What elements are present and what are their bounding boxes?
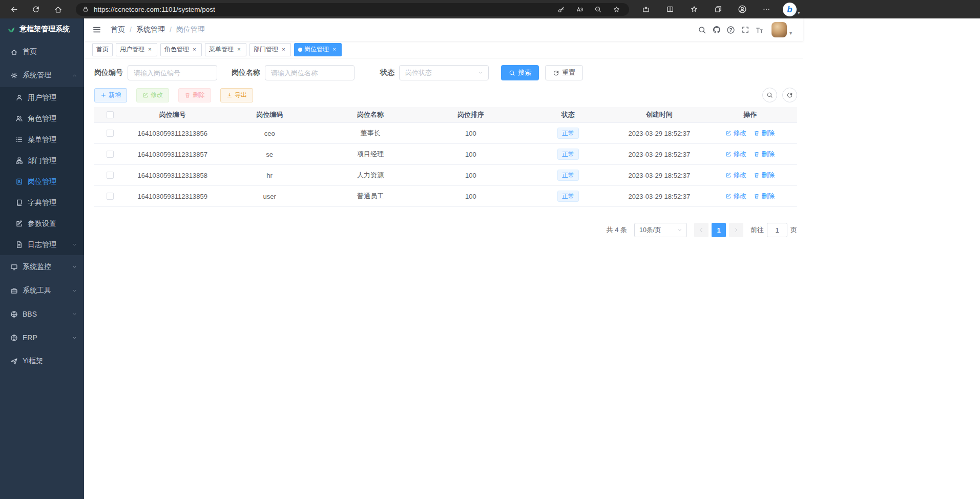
chevron-down-icon: ▾ xyxy=(798,10,800,15)
reset-button[interactable]: 重置 xyxy=(545,65,583,80)
row-delete-button[interactable]: 删除 xyxy=(754,171,775,180)
extensions-button[interactable] xyxy=(638,2,654,17)
sidebar-group-system[interactable]: 系统管理 xyxy=(0,64,84,87)
help-button[interactable] xyxy=(726,25,736,34)
search-button[interactable]: 搜索 xyxy=(501,65,539,80)
close-icon[interactable] xyxy=(147,46,153,53)
delete-button[interactable]: 删除 xyxy=(178,88,211,102)
tab-menu[interactable]: 菜单管理 xyxy=(205,43,246,56)
user-menu[interactable]: ▾ xyxy=(772,22,792,37)
plus-icon xyxy=(100,92,107,98)
add-button[interactable]: 新增 xyxy=(94,88,127,102)
close-icon[interactable] xyxy=(191,46,198,53)
zoom-button[interactable] xyxy=(591,3,604,15)
row-edit-button[interactable]: 修改 xyxy=(725,129,746,138)
favorites-button[interactable] xyxy=(686,2,702,17)
modify-button[interactable]: 修改 xyxy=(136,88,169,102)
column-header-post-code: 岗位编码 xyxy=(219,110,320,119)
row-checkbox[interactable] xyxy=(107,130,114,137)
home-icon xyxy=(54,5,62,14)
font-size-button[interactable] xyxy=(755,25,764,34)
main-area: 首页 / 系统管理 / 岗位管理 xyxy=(84,18,803,499)
sidebar-item-post[interactable]: 岗位管理 xyxy=(0,171,84,192)
export-button-label: 导出 xyxy=(235,91,247,99)
tab-home[interactable]: 首页 xyxy=(92,43,113,56)
browser-profile-button[interactable] xyxy=(735,2,750,17)
browser-home-button[interactable] xyxy=(50,2,66,17)
split-screen-icon xyxy=(666,5,674,13)
collections-button[interactable] xyxy=(711,2,726,17)
sidebar-group-tools[interactable]: 系统工具 xyxy=(0,279,84,302)
row-edit-button[interactable]: 修改 xyxy=(725,192,746,201)
row-delete-button[interactable]: 删除 xyxy=(754,192,775,201)
goto-page-input[interactable] xyxy=(767,223,787,237)
export-button[interactable]: 导出 xyxy=(220,88,253,102)
github-button[interactable] xyxy=(712,25,721,34)
row-checkbox[interactable] xyxy=(107,151,114,158)
split-screen-button[interactable] xyxy=(662,2,678,17)
sidebar-item-user[interactable]: 用户管理 xyxy=(0,87,84,108)
sidebar-toggle-button[interactable] xyxy=(92,25,102,35)
sidebar-group-monitor[interactable]: 系统监控 xyxy=(0,255,84,279)
refresh-icon xyxy=(32,5,40,13)
trash-icon xyxy=(184,92,191,98)
sidebar-group-log[interactable]: 日志管理 xyxy=(0,234,84,255)
row-edit-button[interactable]: 修改 xyxy=(725,150,746,159)
row-delete-button[interactable]: 删除 xyxy=(754,150,775,159)
row-delete-button[interactable]: 删除 xyxy=(754,129,775,138)
header-search-button[interactable] xyxy=(698,25,707,34)
sidebar-item-home[interactable]: 首页 xyxy=(0,40,84,64)
close-icon[interactable] xyxy=(331,46,338,53)
row-checkbox[interactable] xyxy=(107,172,114,179)
page-number-button[interactable]: 1 xyxy=(712,223,726,237)
post-code-input[interactable] xyxy=(128,65,217,80)
filter-label: 状态 xyxy=(380,68,394,77)
cell-status: 正常 xyxy=(521,149,615,160)
tab-post[interactable]: 岗位管理 xyxy=(294,43,342,56)
sidebar-group-bbs[interactable]: BBS xyxy=(0,302,84,326)
breadcrumb-item[interactable]: 系统管理 xyxy=(136,25,165,34)
browser-refresh-button[interactable] xyxy=(28,2,44,17)
reset-button-label: 重置 xyxy=(562,68,575,77)
app-logo[interactable]: 意框架管理系统 xyxy=(0,18,84,40)
fullscreen-button[interactable] xyxy=(741,25,750,34)
row-edit-button[interactable]: 修改 xyxy=(725,171,746,180)
status-select[interactable]: 岗位状态 xyxy=(399,65,489,80)
browser-back-button[interactable] xyxy=(6,2,22,17)
browser-actions: ▾ xyxy=(638,2,800,17)
tab-dept[interactable]: 部门管理 xyxy=(249,43,291,56)
goto-unit: 页 xyxy=(790,225,797,235)
cell-post-name: 人力资源 xyxy=(320,171,421,180)
copilot-button[interactable]: ▾ xyxy=(783,3,800,16)
sidebar-item-label: 系统管理 xyxy=(23,71,51,80)
edit-icon xyxy=(15,220,23,227)
select-all-checkbox[interactable] xyxy=(107,111,114,118)
refresh-table-button[interactable] xyxy=(782,88,797,102)
toggle-search-button[interactable] xyxy=(762,88,777,102)
close-icon[interactable] xyxy=(280,46,287,53)
address-bar[interactable]: https://ccnetcore.com:1101/system/post xyxy=(76,3,629,16)
tab-role[interactable]: 角色管理 xyxy=(160,43,202,56)
page-size-select[interactable]: 10条/页 xyxy=(634,223,687,237)
add-favorite-button[interactable] xyxy=(610,3,623,15)
row-checkbox[interactable] xyxy=(107,193,114,200)
sidebar-item-label: 日志管理 xyxy=(28,240,56,249)
password-key-button[interactable] xyxy=(554,3,568,15)
lock-icon xyxy=(82,6,89,13)
url-text[interactable]: https://ccnetcore.com:1101/system/post xyxy=(94,6,549,13)
breadcrumb-item[interactable]: 首页 xyxy=(111,25,125,34)
sidebar-item-yi[interactable]: Yi框架 xyxy=(0,349,84,373)
sidebar-item-dept[interactable]: 部门管理 xyxy=(0,150,84,171)
tab-user[interactable]: 用户管理 xyxy=(116,43,157,56)
post-name-input[interactable] xyxy=(265,65,355,80)
next-page-button[interactable] xyxy=(729,223,743,237)
sidebar-group-erp[interactable]: ERP xyxy=(0,326,84,349)
sidebar-item-dict[interactable]: 字典管理 xyxy=(0,192,84,213)
prev-page-button[interactable] xyxy=(694,223,708,237)
read-aloud-button[interactable] xyxy=(573,3,586,15)
close-icon[interactable] xyxy=(236,46,242,53)
sidebar-item-param[interactable]: 参数设置 xyxy=(0,213,84,234)
browser-menu-button[interactable] xyxy=(759,2,774,17)
sidebar-item-role[interactable]: 角色管理 xyxy=(0,108,84,129)
sidebar-item-menu[interactable]: 菜单管理 xyxy=(0,129,84,150)
